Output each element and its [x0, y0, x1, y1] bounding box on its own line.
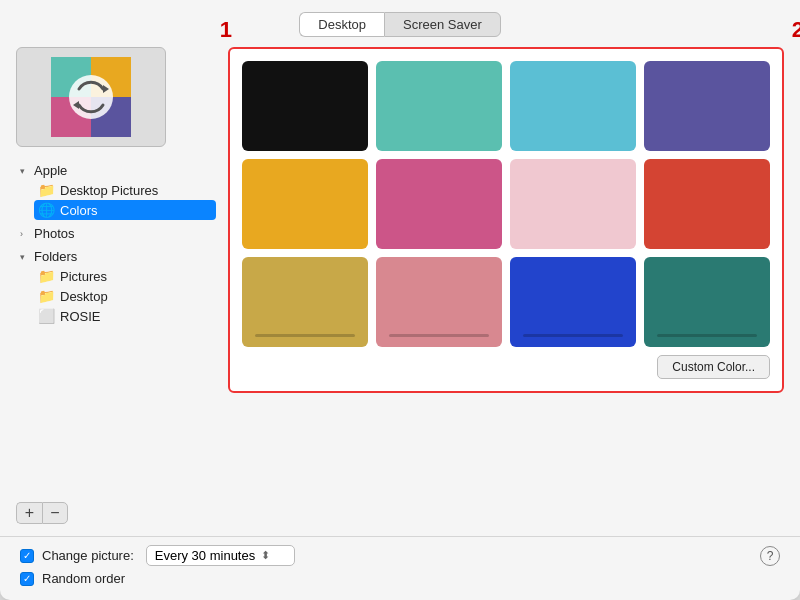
sidebar-item-pictures-label: Pictures	[60, 269, 107, 284]
sidebar-item-photos[interactable]: › Photos	[16, 224, 216, 243]
sidebar-item-rosie[interactable]: ⬜ ROSIE	[34, 306, 216, 326]
tree-section-apple: ▾ Apple 📁 Desktop Pictures 🌐	[16, 161, 216, 220]
sidebar-item-rosie-row: ⬜ ROSIE	[16, 306, 216, 326]
color-swatch-red[interactable]	[644, 159, 770, 249]
disclosure-icon-folders: ▾	[20, 252, 34, 262]
random-order-label: Random order	[42, 571, 125, 586]
slider-salmon[interactable]	[389, 334, 490, 337]
annotation-1: 1	[220, 17, 232, 43]
folder-icon-desktop: 📁	[38, 288, 55, 304]
action-bar: + −	[0, 494, 800, 536]
tree-section-folders: ▾ Folders 📁 Pictures 📁	[16, 247, 216, 326]
drive-icon-rosie: ⬜	[38, 308, 55, 324]
disclosure-icon-photos: ›	[20, 229, 34, 239]
sidebar-item-pictures[interactable]: 📁 Pictures	[34, 266, 216, 286]
sidebar-item-apple[interactable]: ▾ Apple	[16, 161, 216, 180]
tab-screen-saver[interactable]: Screen Saver	[384, 12, 501, 37]
bottom-bar: Change picture: Every 30 minutes ⬍ ? Ran…	[0, 536, 800, 600]
sidebar-item-rosie-label: ROSIE	[60, 309, 100, 324]
colors-icon: 🌐	[38, 202, 55, 218]
tab-bar: Desktop Screen Saver	[0, 0, 800, 47]
sidebar-item-desktop-pictures[interactable]: 📁 Desktop Pictures	[34, 180, 216, 200]
sidebar-item-folders-label: Folders	[34, 249, 77, 264]
annotation-2: 2	[792, 17, 800, 43]
color-swatch-yellow[interactable]	[242, 159, 368, 249]
color-swatch-pink[interactable]	[376, 159, 502, 249]
sidebar-item-desktop-pictures-label: Desktop Pictures	[60, 183, 158, 198]
sidebar-item-folders[interactable]: ▾ Folders	[16, 247, 216, 266]
folder-icon: 📁	[38, 182, 55, 198]
disclosure-icon: ▾	[20, 166, 34, 176]
color-swatch-tan[interactable]	[242, 257, 368, 347]
add-remove-buttons: + −	[16, 502, 68, 524]
tree-section-photos: › Photos	[16, 224, 216, 243]
slider-blue[interactable]	[523, 334, 624, 337]
dropdown-chevron-icon: ⬍	[261, 549, 270, 562]
sidebar: ▾ Apple 📁 Desktop Pictures 🌐	[16, 47, 216, 330]
folder-icon-pictures: 📁	[38, 268, 55, 284]
tab-desktop[interactable]: Desktop	[299, 12, 384, 37]
random-order-row: Random order	[20, 571, 780, 586]
color-swatch-dark-teal[interactable]	[644, 257, 770, 347]
color-panel-wrapper: Custom Color... 2	[228, 47, 784, 484]
color-swatch-salmon[interactable]	[376, 257, 502, 347]
change-picture-value: Every 30 minutes	[155, 548, 255, 563]
random-order-checkbox[interactable]	[20, 572, 34, 586]
color-swatch-black[interactable]	[242, 61, 368, 151]
change-picture-row: Change picture: Every 30 minutes ⬍ ?	[20, 545, 780, 566]
color-swatch-purple[interactable]	[644, 61, 770, 151]
custom-color-row: Custom Color...	[242, 355, 770, 379]
sidebar-item-desktop-row: 📁 Desktop	[16, 286, 216, 306]
sidebar-item-desktop-pictures-row: 📁 Desktop Pictures	[16, 180, 216, 200]
slider-tan[interactable]	[255, 334, 356, 337]
color-swatch-sky-blue[interactable]	[510, 61, 636, 151]
change-picture-dropdown[interactable]: Every 30 minutes ⬍	[146, 545, 295, 566]
desktop-screensaver-window: Desktop Screen Saver	[0, 0, 800, 600]
color-grid	[242, 61, 770, 347]
sidebar-item-desktop-label: Desktop	[60, 289, 108, 304]
color-swatch-teal[interactable]	[376, 61, 502, 151]
source-tree: ▾ Apple 📁 Desktop Pictures 🌐	[16, 161, 216, 330]
sidebar-item-colors-row: 🌐 Colors	[16, 200, 216, 220]
preview-thumbnail	[16, 47, 166, 147]
sidebar-item-apple-label: Apple	[34, 163, 67, 178]
sidebar-item-colors-label: Colors	[60, 203, 98, 218]
main-content: ▾ Apple 📁 Desktop Pictures 🌐	[0, 47, 800, 494]
remove-button[interactable]: −	[42, 502, 68, 524]
sidebar-item-colors[interactable]: 🌐 Colors	[34, 200, 216, 220]
sidebar-item-photos-label: Photos	[34, 226, 74, 241]
sidebar-item-pictures-row: 📁 Pictures	[16, 266, 216, 286]
help-button[interactable]: ?	[760, 546, 780, 566]
add-button[interactable]: +	[16, 502, 42, 524]
sidebar-item-desktop-folder[interactable]: 📁 Desktop	[34, 286, 216, 306]
slider-dark-teal[interactable]	[657, 334, 758, 337]
sidebar-wrapper: ▾ Apple 📁 Desktop Pictures 🌐	[16, 47, 216, 484]
color-panel: Custom Color...	[228, 47, 784, 393]
change-picture-label: Change picture:	[42, 548, 134, 563]
custom-color-button[interactable]: Custom Color...	[657, 355, 770, 379]
color-swatch-light-pink[interactable]	[510, 159, 636, 249]
color-swatch-blue[interactable]	[510, 257, 636, 347]
change-picture-checkbox[interactable]	[20, 549, 34, 563]
